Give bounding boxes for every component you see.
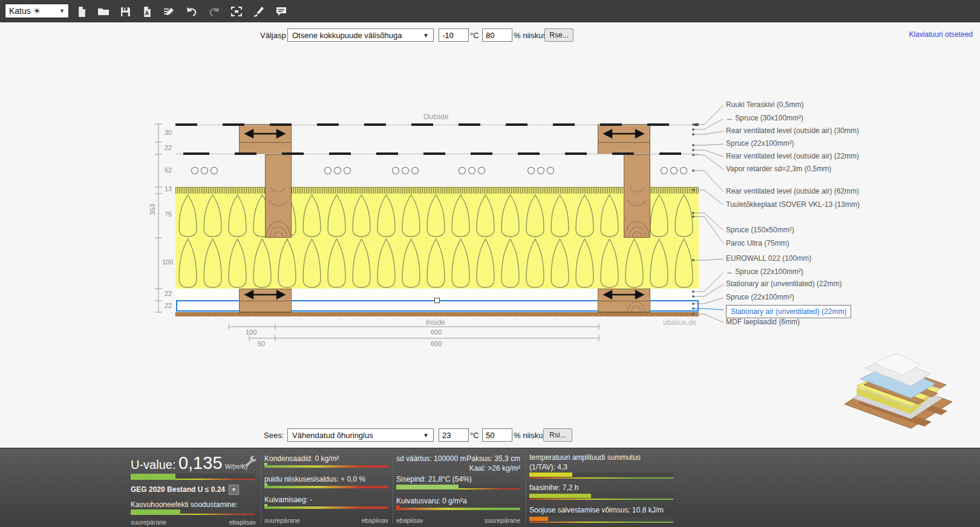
condensate-bar <box>264 465 388 468</box>
batten-bottom-left[interactable] <box>239 289 292 312</box>
rsi-button[interactable]: Rsi... <box>543 428 572 442</box>
thermal-column: temperatuuri amplituudi summutus (1/TAV)… <box>529 448 673 527</box>
greenhouse-bar <box>131 509 255 515</box>
layer-paroc-ultra[interactable] <box>175 194 699 238</box>
layer-label-isover[interactable]: Tuuletõkkeplaat ISOVER VKL-13 (13mm) <box>726 200 860 209</box>
outside-contact-select[interactable]: Otsene kokkupuude välisõhuga ▼ <box>287 28 434 42</box>
dim-75: 75 <box>165 211 172 218</box>
dim-total-353: 353 <box>149 204 156 215</box>
layer-label-spruce22a[interactable]: Spruce (22x100mm²) <box>726 139 794 148</box>
chevron-down-icon: ▼ <box>423 32 429 39</box>
layer-label-rvl22[interactable]: Rear ventilated level (outside air) (22m… <box>726 152 859 160</box>
batten-bottom-right[interactable] <box>598 289 650 312</box>
undo-button[interactable] <box>185 4 199 19</box>
scale-bad: ebapiisav <box>229 519 256 526</box>
drying-reserve-bar <box>396 508 520 510</box>
edit-values-icon <box>163 6 175 17</box>
condensate-label: Kondensaadid: 0 kg/m² <box>264 454 339 463</box>
batten-top-right[interactable] <box>598 124 650 154</box>
tav-label-line1: temperatuuri amplituudi summutus <box>529 453 641 462</box>
layer-label-mdf[interactable]: MDF laeplaadid (6mm) <box>726 318 800 326</box>
layer-label-eurowall[interactable]: EUROWALL 022 (100mm) <box>726 254 811 263</box>
preset-label: Katus <box>9 6 31 16</box>
outside-humidity-unit: % niiskus <box>514 31 547 40</box>
bottom-dimension-lines <box>229 324 599 341</box>
inside-temperature-input[interactable] <box>439 428 469 442</box>
drying-time-label: Kuivamisaeg: - <box>264 496 312 504</box>
ubakus-app: Katus ☀ ▼ <box>0 0 980 527</box>
wrench-icon[interactable] <box>243 454 256 468</box>
layer-resize-handle[interactable] <box>434 298 440 303</box>
fit-view-icon <box>230 6 243 17</box>
new-document-button[interactable] <box>74 4 89 19</box>
layer-label-vapor-retarder[interactable]: Vapor retarder sd=2,3m (0,5mm) <box>726 165 831 173</box>
toolbar: Katus ☀ ▼ <box>0 0 980 22</box>
layer-eurowall[interactable] <box>175 238 699 289</box>
layer-label-ruuki[interactable]: Ruuki Teraskivi (0,5mm) <box>726 100 803 109</box>
fit-view-button[interactable] <box>229 4 244 19</box>
inside-circulation-select[interactable]: Vähendatud õhuringlus ▼ <box>287 428 434 442</box>
layer-mdf-boards[interactable] <box>175 312 699 316</box>
heat-storage-bar <box>529 517 673 523</box>
redo-icon <box>208 6 220 17</box>
layer-label-spruce22c[interactable]: Spruce (22x100mm²) <box>726 293 794 301</box>
rse-button[interactable]: Rse... <box>544 28 573 42</box>
watermark: ubakus.de <box>663 318 696 327</box>
paint-icon <box>253 6 265 17</box>
layer-steel-roof[interactable] <box>175 123 699 126</box>
pdf-export-icon <box>142 6 153 18</box>
layer-vapor-retarder[interactable] <box>175 152 699 155</box>
feedback-button[interactable] <box>274 4 289 19</box>
pdf-export-button[interactable] <box>140 4 154 19</box>
wood-moisture-label: puidu niiskusesisaldus: + 0,0 % <box>264 475 365 483</box>
outside-side-label: Outside <box>423 113 448 121</box>
construction-3d-preview[interactable] <box>840 346 955 431</box>
geg-dropdown[interactable]: ▼ <box>229 485 239 495</box>
dim-62: 62 <box>165 166 172 174</box>
layer-label-rvl30[interactable]: Rear ventilated level (outside air) (30m… <box>726 126 859 135</box>
layer-label-spruce30[interactable]: ↔ Spruce (30x100mm²) <box>726 114 803 122</box>
new-document-icon <box>76 6 88 18</box>
heat-storage-label: Soojuse salvestamise võimsus: 10.8 kJ/m <box>529 506 664 514</box>
scale-good: suurepärane <box>131 519 166 526</box>
layer-label-rvl62[interactable]: Rear ventilated level (outside air) (62m… <box>726 187 859 195</box>
stud-right[interactable] <box>624 154 650 238</box>
tav-bar <box>529 473 673 479</box>
paint-button[interactable] <box>252 4 266 19</box>
preset-select[interactable]: Katus ☀ ▼ <box>5 4 69 18</box>
surface-column: sd väärtus: 100000 m Paksus: 35,3 cm Kaa… <box>396 448 520 527</box>
redo-button[interactable] <box>207 4 221 19</box>
u-value: 0,135 <box>178 453 223 473</box>
layer-label-spruce150[interactable]: Spruce (150x50mm²) <box>726 226 794 234</box>
layer-label-paroc[interactable]: Paroc Ultra (75mm) <box>726 239 789 247</box>
dim-22b: 22 <box>165 290 172 297</box>
geg-requirement: GEG 2020 Bestand U ≤ 0.24▼ <box>131 485 239 495</box>
save-icon <box>120 6 131 18</box>
outside-contact-value: Otsene kokkupuude välisõhuga <box>292 31 402 40</box>
chevron-down-icon: ▼ <box>423 432 429 439</box>
inside-temp-unit: °C <box>470 431 479 440</box>
left-dimension-lines <box>155 124 162 312</box>
open-folder-button[interactable] <box>96 4 111 19</box>
layer-label-statair1[interactable]: Stationary air (unventilated) (22mm) <box>726 280 841 288</box>
batten-top-left[interactable] <box>239 124 292 154</box>
feedback-icon <box>275 6 287 17</box>
edit-values-button[interactable] <box>162 4 177 19</box>
stud-left[interactable] <box>265 154 292 238</box>
layer-isover-vkl13[interactable] <box>175 187 699 194</box>
layer-label-spruce22b[interactable]: ↔ Spruce (22x100mm²) <box>726 267 803 276</box>
layer-label-statair2-selected[interactable]: Stationary air (unventilated) (22mm) <box>726 305 851 318</box>
keyboard-shortcuts-link[interactable]: Klaviatuuri otseteed <box>909 30 973 39</box>
chevron-down-icon: ▼ <box>59 8 65 14</box>
inside-humidity-input[interactable] <box>482 428 512 442</box>
thickness-value: Paksus: 35,3 cm <box>466 454 520 463</box>
save-button[interactable] <box>118 4 132 19</box>
outside-humidity-input[interactable] <box>482 28 512 42</box>
drying-reserve-label: Kuivatusvaru: 0 g/m²a <box>396 497 467 505</box>
inner-surface-label: Sisepind: 21,8°C (54%) <box>396 475 472 483</box>
dim-13: 13 <box>165 185 172 192</box>
u-value-label: U-value: <box>131 458 175 471</box>
outside-temperature-input[interactable] <box>439 28 469 42</box>
u-value-bar <box>131 474 255 480</box>
phase-shift-label: faasinihe: 7,2 h <box>529 483 578 492</box>
